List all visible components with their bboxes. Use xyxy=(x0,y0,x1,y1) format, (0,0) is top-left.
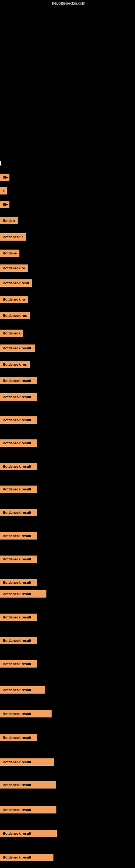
bottleneck-label-bottleneck_result11: Bottleneck result xyxy=(0,579,37,586)
bottleneck-label-bottleneck_result16: Bottleneck result xyxy=(0,686,45,693)
bottleneck-label-bottleneck_r1: Bottleneck r xyxy=(0,233,26,241)
bottleneck-label-bottleneck_re2: Bottleneck res xyxy=(0,361,30,368)
bottleneck-label-bottlen1: Bottlen xyxy=(0,217,18,224)
bottleneck-label-bottleneck_ra1: Bottleneck ra xyxy=(0,296,28,303)
bottleneck-label-b1: B▶ xyxy=(0,174,9,181)
bottleneck-label-e1: E xyxy=(0,187,7,194)
bottleneck-label-bottleneck_result12: Bottleneck result xyxy=(0,590,46,597)
bottleneck-label-bottleneck_result13: Bottleneck result xyxy=(0,614,37,621)
site-title: TheBottlenecker.com xyxy=(0,1,135,5)
bottleneck-label-bottleneck2: Bottleneck xyxy=(0,330,23,337)
bottleneck-label-section1: [ xyxy=(0,160,2,166)
bottleneck-label-bottleneck_result23: Bottleneck result xyxy=(0,854,53,861)
bottleneck-label-bottleneck_res1: Bottleneck resu xyxy=(0,279,32,287)
bottleneck-label-bottleneck_result1: Bottleneck result xyxy=(0,344,35,352)
bottleneck-label-bottleneck_re1: Bottleneck re xyxy=(0,265,28,272)
bottleneck-label-bottleneck_result9: Bottleneck result xyxy=(0,532,37,539)
bottleneck-label-bottleneck_result20: Bottleneck result xyxy=(0,781,56,788)
bottleneck-label-bottleneck_result18: Bottleneck result xyxy=(0,734,37,741)
bottleneck-label-bottleneck_result17: Bottleneck result xyxy=(0,710,52,717)
bottleneck-label-bottlene1: Bottlene xyxy=(0,250,19,257)
bottleneck-label-bottleneck_result10: Bottleneck result xyxy=(0,556,37,563)
bottleneck-label-bottleneck_result6: Bottleneck result xyxy=(0,463,37,470)
bottleneck-label-bottleneck_result14: Bottleneck result xyxy=(0,637,37,644)
bottleneck-label-bottleneck_result15: Bottleneck result xyxy=(0,660,37,668)
bottleneck-label-bottleneck_result19: Bottleneck result xyxy=(0,758,54,766)
bottleneck-label-bottleneck_result22: Bottleneck result xyxy=(0,830,57,837)
bottleneck-label-bottleneck_result5: Bottleneck result xyxy=(0,439,37,447)
bottleneck-label-bottleneck_result2: Bottleneck result xyxy=(0,377,37,384)
bottleneck-label-bottleneck_result8: Bottleneck result xyxy=(0,509,37,516)
bottleneck-label-bottleneck_result4: Bottleneck result xyxy=(0,416,37,424)
bottleneck-label-bottleneck_result7: Bottleneck result xyxy=(0,486,37,493)
bottleneck-label-b2: B▶ xyxy=(0,201,9,208)
bottleneck-label-bottleneck_result3: Bottleneck result xyxy=(0,393,37,401)
bottleneck-label-bottleneck_result21: Bottleneck result xyxy=(0,806,56,813)
main-content: TheBottlenecker.com [B▶EB▶BottlenBottlen… xyxy=(0,0,135,868)
bottleneck-label-bottleneck_res2: Bottleneck res xyxy=(0,312,30,319)
